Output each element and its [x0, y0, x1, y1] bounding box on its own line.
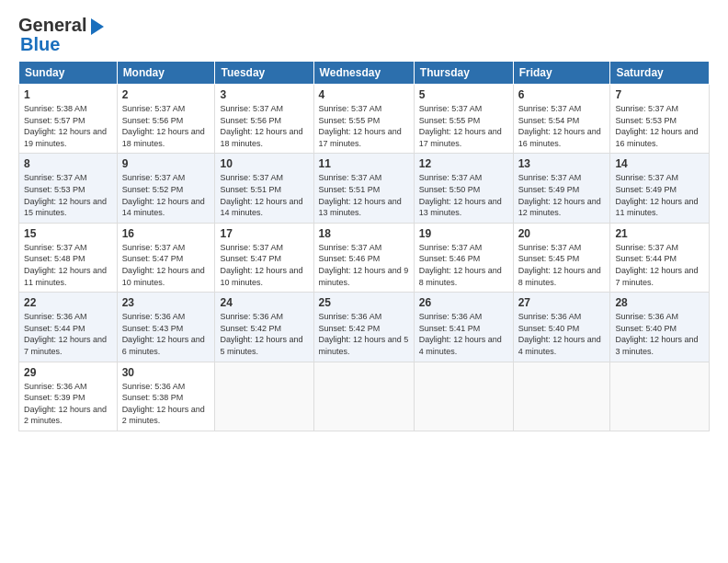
day-number: 26: [419, 296, 508, 309]
day-info: Sunrise: 5:36 AMSunset: 5:40 PMDaylight:…: [615, 311, 704, 357]
logo-arrow-icon: [91, 18, 104, 35]
calendar-cell: [513, 362, 610, 431]
day-number: 18: [319, 227, 409, 240]
page: General Blue SundayMondayTuesdayWednesda…: [0, 0, 728, 441]
day-number: 30: [122, 366, 210, 379]
day-number: 16: [122, 227, 210, 240]
day-info: Sunrise: 5:37 AMSunset: 5:49 PMDaylight:…: [615, 172, 704, 218]
calendar-cell: 14Sunrise: 5:37 AMSunset: 5:49 PMDayligh…: [610, 154, 710, 223]
day-number: 25: [319, 296, 409, 309]
day-number: 24: [220, 296, 308, 309]
day-info: Sunrise: 5:38 AMSunset: 5:57 PMDaylight:…: [24, 103, 112, 149]
day-info: Sunrise: 5:37 AMSunset: 5:46 PMDaylight:…: [419, 242, 508, 288]
calendar-cell: 13Sunrise: 5:37 AMSunset: 5:49 PMDayligh…: [513, 154, 610, 223]
calendar-cell: 29Sunrise: 5:36 AMSunset: 5:39 PMDayligh…: [19, 362, 118, 431]
calendar-header-wednesday: Wednesday: [313, 62, 414, 85]
day-info: Sunrise: 5:36 AMSunset: 5:39 PMDaylight:…: [24, 381, 112, 427]
calendar-cell: 5Sunrise: 5:37 AMSunset: 5:55 PMDaylight…: [414, 85, 513, 154]
calendar-cell: 23Sunrise: 5:36 AMSunset: 5:43 PMDayligh…: [117, 293, 215, 362]
day-info: Sunrise: 5:37 AMSunset: 5:46 PMDaylight:…: [319, 242, 409, 288]
calendar: SundayMondayTuesdayWednesdayThursdayFrid…: [18, 61, 710, 431]
calendar-cell: 21Sunrise: 5:37 AMSunset: 5:44 PMDayligh…: [610, 223, 710, 292]
day-info: Sunrise: 5:37 AMSunset: 5:52 PMDaylight:…: [122, 172, 210, 218]
day-info: Sunrise: 5:37 AMSunset: 5:50 PMDaylight:…: [419, 172, 508, 218]
day-number: 15: [24, 227, 112, 240]
calendar-cell: 12Sunrise: 5:37 AMSunset: 5:50 PMDayligh…: [414, 154, 513, 223]
day-info: Sunrise: 5:37 AMSunset: 5:53 PMDaylight:…: [24, 172, 112, 218]
day-info: Sunrise: 5:37 AMSunset: 5:56 PMDaylight:…: [220, 103, 308, 149]
calendar-header-friday: Friday: [513, 62, 610, 85]
calendar-cell: 10Sunrise: 5:37 AMSunset: 5:51 PMDayligh…: [215, 154, 313, 223]
day-number: 8: [24, 157, 112, 170]
calendar-cell: 11Sunrise: 5:37 AMSunset: 5:51 PMDayligh…: [313, 154, 414, 223]
calendar-header-saturday: Saturday: [610, 62, 710, 85]
day-number: 12: [419, 157, 508, 170]
calendar-week-4: 22Sunrise: 5:36 AMSunset: 5:44 PMDayligh…: [19, 293, 710, 362]
day-info: Sunrise: 5:37 AMSunset: 5:51 PMDaylight:…: [220, 172, 308, 218]
day-info: Sunrise: 5:37 AMSunset: 5:47 PMDaylight:…: [122, 242, 210, 288]
calendar-cell: 7Sunrise: 5:37 AMSunset: 5:53 PMDaylight…: [610, 85, 710, 154]
logo-general: General: [18, 15, 86, 36]
calendar-cell: 19Sunrise: 5:37 AMSunset: 5:46 PMDayligh…: [414, 223, 513, 292]
day-number: 11: [319, 157, 409, 170]
day-number: 29: [24, 366, 112, 379]
calendar-cell: 1Sunrise: 5:38 AMSunset: 5:57 PMDaylight…: [19, 85, 118, 154]
day-info: Sunrise: 5:37 AMSunset: 5:51 PMDaylight:…: [319, 172, 409, 218]
day-number: 20: [518, 227, 606, 240]
calendar-cell: [313, 362, 414, 431]
calendar-header-monday: Monday: [117, 62, 215, 85]
day-number: 7: [615, 88, 704, 101]
day-info: Sunrise: 5:37 AMSunset: 5:44 PMDaylight:…: [615, 242, 704, 288]
calendar-cell: 6Sunrise: 5:37 AMSunset: 5:54 PMDaylight…: [513, 85, 610, 154]
day-info: Sunrise: 5:37 AMSunset: 5:53 PMDaylight:…: [615, 103, 704, 149]
calendar-week-2: 8Sunrise: 5:37 AMSunset: 5:53 PMDaylight…: [19, 154, 710, 223]
day-number: 23: [122, 296, 210, 309]
day-info: Sunrise: 5:36 AMSunset: 5:43 PMDaylight:…: [122, 311, 210, 357]
calendar-cell: 27Sunrise: 5:36 AMSunset: 5:40 PMDayligh…: [513, 293, 610, 362]
day-number: 13: [518, 157, 606, 170]
day-info: Sunrise: 5:37 AMSunset: 5:55 PMDaylight:…: [419, 103, 508, 149]
calendar-cell: 8Sunrise: 5:37 AMSunset: 5:53 PMDaylight…: [19, 154, 118, 223]
calendar-cell: 24Sunrise: 5:36 AMSunset: 5:42 PMDayligh…: [215, 293, 313, 362]
calendar-cell: 22Sunrise: 5:36 AMSunset: 5:44 PMDayligh…: [19, 293, 118, 362]
calendar-header-sunday: Sunday: [19, 62, 118, 85]
day-number: 22: [24, 296, 112, 309]
calendar-cell: 18Sunrise: 5:37 AMSunset: 5:46 PMDayligh…: [313, 223, 414, 292]
calendar-cell: 25Sunrise: 5:36 AMSunset: 5:42 PMDayligh…: [313, 293, 414, 362]
calendar-cell: 28Sunrise: 5:36 AMSunset: 5:40 PMDayligh…: [610, 293, 710, 362]
day-number: 14: [615, 157, 704, 170]
day-number: 17: [220, 227, 308, 240]
day-info: Sunrise: 5:37 AMSunset: 5:49 PMDaylight:…: [518, 172, 606, 218]
calendar-week-3: 15Sunrise: 5:37 AMSunset: 5:48 PMDayligh…: [19, 223, 710, 292]
day-info: Sunrise: 5:36 AMSunset: 5:41 PMDaylight:…: [419, 311, 508, 357]
day-number: 19: [419, 227, 508, 240]
day-info: Sunrise: 5:37 AMSunset: 5:47 PMDaylight:…: [220, 242, 308, 288]
day-info: Sunrise: 5:36 AMSunset: 5:40 PMDaylight:…: [518, 311, 606, 357]
day-info: Sunrise: 5:37 AMSunset: 5:45 PMDaylight:…: [518, 242, 606, 288]
calendar-cell: 3Sunrise: 5:37 AMSunset: 5:56 PMDaylight…: [215, 85, 313, 154]
logo: General Blue: [18, 15, 104, 55]
day-number: 9: [122, 157, 210, 170]
calendar-cell: [610, 362, 710, 431]
day-info: Sunrise: 5:37 AMSunset: 5:56 PMDaylight:…: [122, 103, 210, 149]
calendar-cell: [215, 362, 313, 431]
calendar-cell: 17Sunrise: 5:37 AMSunset: 5:47 PMDayligh…: [215, 223, 313, 292]
calendar-header-tuesday: Tuesday: [215, 62, 313, 85]
calendar-cell: [414, 362, 513, 431]
day-number: 1: [24, 88, 112, 101]
calendar-week-1: 1Sunrise: 5:38 AMSunset: 5:57 PMDaylight…: [19, 85, 710, 154]
logo-blue: Blue: [20, 34, 60, 54]
calendar-cell: 30Sunrise: 5:36 AMSunset: 5:38 PMDayligh…: [117, 362, 215, 431]
calendar-cell: 15Sunrise: 5:37 AMSunset: 5:48 PMDayligh…: [19, 223, 118, 292]
day-info: Sunrise: 5:36 AMSunset: 5:42 PMDaylight:…: [220, 311, 308, 357]
header: General Blue: [18, 15, 710, 55]
calendar-header-row: SundayMondayTuesdayWednesdayThursdayFrid…: [19, 62, 710, 85]
day-number: 3: [220, 88, 308, 101]
day-number: 10: [220, 157, 308, 170]
day-number: 2: [122, 88, 210, 101]
day-number: 28: [615, 296, 704, 309]
day-info: Sunrise: 5:36 AMSunset: 5:38 PMDaylight:…: [122, 381, 210, 427]
calendar-cell: 26Sunrise: 5:36 AMSunset: 5:41 PMDayligh…: [414, 293, 513, 362]
day-info: Sunrise: 5:37 AMSunset: 5:55 PMDaylight:…: [319, 103, 409, 149]
day-info: Sunrise: 5:37 AMSunset: 5:48 PMDaylight:…: [24, 242, 112, 288]
